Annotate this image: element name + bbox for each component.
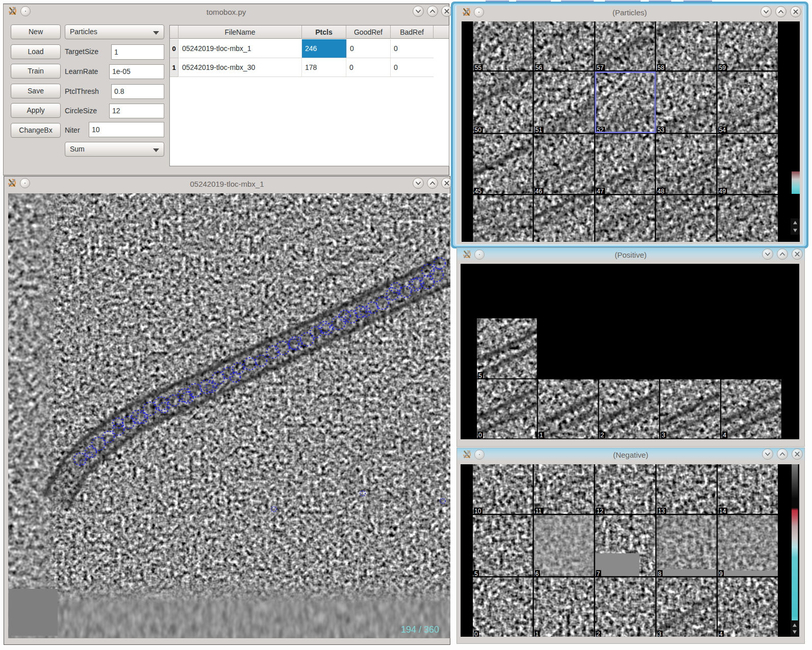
svg-text:48: 48 xyxy=(657,188,665,195)
svg-text:14: 14 xyxy=(719,508,726,515)
svg-text:3: 3 xyxy=(658,631,662,637)
svg-text:4: 4 xyxy=(719,631,723,637)
svg-text:1: 1 xyxy=(540,432,543,439)
svg-text:59: 59 xyxy=(719,64,726,71)
svg-text:11: 11 xyxy=(536,508,542,515)
svg-text:12: 12 xyxy=(597,508,604,515)
svg-text:8: 8 xyxy=(658,570,662,578)
svg-text:47: 47 xyxy=(597,188,604,195)
svg-text:54: 54 xyxy=(719,127,726,134)
svg-text:57: 57 xyxy=(597,64,604,71)
svg-text:10: 10 xyxy=(474,508,481,515)
svg-text:3: 3 xyxy=(662,432,665,439)
svg-text:2: 2 xyxy=(601,432,604,439)
svg-text:5: 5 xyxy=(474,570,478,578)
svg-text:53: 53 xyxy=(657,127,665,134)
svg-text:2: 2 xyxy=(597,631,600,637)
svg-text:1: 1 xyxy=(536,631,539,637)
svg-text:0: 0 xyxy=(474,631,478,637)
svg-text:4: 4 xyxy=(723,432,726,439)
svg-text:5: 5 xyxy=(478,372,482,380)
svg-text:50: 50 xyxy=(474,127,481,134)
svg-text:58: 58 xyxy=(657,64,665,71)
svg-text:51: 51 xyxy=(535,127,542,134)
svg-text:0: 0 xyxy=(478,432,482,439)
svg-text:56: 56 xyxy=(535,64,542,71)
svg-text:55: 55 xyxy=(474,64,481,71)
svg-text:7: 7 xyxy=(597,570,600,578)
svg-text:6: 6 xyxy=(536,570,539,578)
svg-text:49: 49 xyxy=(719,188,726,195)
svg-text:9: 9 xyxy=(719,570,723,578)
svg-text:194 / 360: 194 / 360 xyxy=(401,624,439,635)
svg-text:45: 45 xyxy=(474,188,481,195)
svg-text:13: 13 xyxy=(658,508,665,515)
svg-text:46: 46 xyxy=(535,188,542,195)
